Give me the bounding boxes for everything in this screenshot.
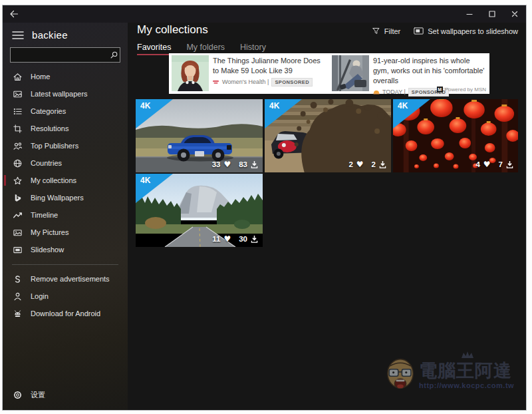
powered-by-label: Powered by MSN bbox=[445, 87, 486, 93]
set-slideshow-label: Set wallpapers to slideshow bbox=[428, 27, 518, 35]
sidebar-item-label: Categories bbox=[31, 107, 66, 115]
pictures-icon bbox=[12, 227, 23, 238]
tile-stats: 33♥ 83 bbox=[212, 160, 258, 169]
sidebar-item-categories[interactable]: Categories bbox=[3, 103, 128, 120]
maximize-button[interactable] bbox=[481, 5, 503, 23]
downloads-count: 83 bbox=[239, 160, 247, 168]
minimize-button[interactable] bbox=[458, 5, 481, 23]
sidebar-item-countries[interactable]: Countries bbox=[3, 154, 128, 172]
sidebar-item-login[interactable]: Login bbox=[3, 288, 128, 305]
download-icon bbox=[251, 235, 258, 243]
filter-label: Filter bbox=[384, 27, 400, 35]
heart-icon: ♥ bbox=[223, 234, 231, 244]
ad-source: Women's Health | bbox=[222, 79, 269, 85]
title-bar bbox=[3, 5, 526, 23]
back-arrow-icon bbox=[9, 9, 19, 19]
window-controls bbox=[458, 5, 526, 23]
ad-headline: 91-year-old inspires his whole gym, work… bbox=[373, 56, 487, 86]
heart-icon: ♥ bbox=[356, 160, 364, 169]
msn-logo-icon: M bbox=[437, 87, 443, 93]
sidebar-item-slideshow[interactable]: Slideshow bbox=[3, 241, 128, 258]
back-button[interactable] bbox=[3, 5, 25, 23]
ad-source: TODAY | bbox=[382, 89, 406, 95]
blog-watermark: 電腦王阿達 http://www.kocpc.com.tw bbox=[384, 350, 523, 398]
ad-item-2[interactable]: 91-year-old inspires his whole gym, work… bbox=[329, 53, 489, 94]
ad-banner: The Things Julianne Moore Does to Make 5… bbox=[169, 53, 489, 94]
likes-count: 2 bbox=[348, 160, 352, 168]
search-box bbox=[10, 47, 120, 63]
sidebar-item-top-publishers[interactable]: Top Publishers bbox=[3, 137, 128, 154]
tile-stats: 4♥ 7 bbox=[475, 160, 513, 169]
main-content: My collections Filter Set wallpapers to … bbox=[128, 23, 526, 410]
download-icon bbox=[251, 160, 258, 168]
crop-icon bbox=[12, 123, 23, 134]
search-icon[interactable] bbox=[108, 51, 120, 59]
sidebar-item-label: Timeline bbox=[31, 211, 58, 219]
sidebar-item-home[interactable]: Home bbox=[3, 68, 128, 85]
dollar-icon bbox=[12, 274, 23, 284]
search-input[interactable] bbox=[11, 51, 108, 59]
sidebar-item-label: Download for Android bbox=[31, 310, 100, 317]
downloads-count: 2 bbox=[372, 160, 376, 168]
page-title: My collections bbox=[137, 23, 208, 37]
globe-icon bbox=[12, 158, 23, 168]
set-slideshow-button[interactable]: Set wallpapers to slideshow bbox=[414, 27, 518, 35]
sidebar-bottom: 设置 bbox=[3, 386, 128, 410]
womens-health-logo bbox=[213, 80, 219, 85]
sidebar-item-label: Login bbox=[31, 292, 49, 300]
sidebar-item-label: Home bbox=[31, 73, 50, 81]
heart-icon: ♥ bbox=[483, 160, 491, 169]
sidebar-nav: Home Latest wallpapers Categories Resolu… bbox=[3, 68, 128, 258]
heart-icon: ♥ bbox=[223, 160, 231, 169]
wallpaper-tile-yosemite-road[interactable]: 4K 11♥ 30 bbox=[136, 174, 263, 247]
sidebar: backiee Home Latest wallpapers Categorie… bbox=[3, 23, 128, 410]
timeline-icon bbox=[12, 210, 23, 220]
gear-icon bbox=[12, 389, 23, 400]
settings-button[interactable]: 设置 bbox=[3, 386, 128, 403]
sidebar-item-my-collections[interactable]: My collections bbox=[3, 172, 128, 189]
sidebar-item-resolutions[interactable]: Resolutions bbox=[3, 120, 128, 137]
sidebar-item-bing-wallpapers[interactable]: Bing Wallpapers bbox=[3, 189, 128, 206]
categories-icon bbox=[12, 106, 23, 116]
wallpaper-tile-red-lanterns[interactable]: 4K 4♥ 7 bbox=[393, 99, 518, 172]
sidebar-item-timeline[interactable]: Timeline bbox=[3, 206, 128, 224]
watermark-crown-icon bbox=[460, 351, 475, 359]
sidebar-item-download-android[interactable]: Download for Android bbox=[3, 305, 128, 322]
filter-funnel-icon bbox=[372, 27, 380, 35]
close-button[interactable] bbox=[503, 5, 526, 23]
star-icon bbox=[12, 175, 23, 186]
watermark-url: http://www.kocpc.com.tw bbox=[419, 381, 514, 389]
ad-headline: The Things Julianne Moore Does to Make 5… bbox=[213, 56, 327, 76]
hamburger-menu-icon[interactable] bbox=[12, 31, 24, 40]
sidebar-item-latest-wallpapers[interactable]: Latest wallpapers bbox=[3, 85, 128, 103]
person-icon bbox=[12, 291, 23, 302]
slideshow-icon bbox=[12, 244, 23, 255]
today-logo bbox=[373, 89, 380, 95]
likes-count: 33 bbox=[212, 160, 221, 168]
wallpaper-tile-blue-muscle-car[interactable]: 4K 33♥ 83 bbox=[136, 99, 263, 172]
sidebar-item-my-pictures[interactable]: My Pictures bbox=[3, 224, 128, 241]
sidebar-item-label: Slideshow bbox=[31, 246, 64, 254]
sidebar-item-label: Latest wallpapers bbox=[31, 90, 88, 98]
slideshow-screen-icon bbox=[414, 27, 424, 35]
sidebar-item-label: Countries bbox=[31, 159, 62, 167]
watermark-mascot-face bbox=[384, 355, 416, 393]
app-logo: backiee bbox=[32, 29, 68, 41]
home-icon bbox=[12, 71, 23, 82]
ad-meta: Women's Health | SPONSORED bbox=[213, 78, 327, 87]
sidebar-item-label: Bing Wallpapers bbox=[31, 194, 84, 202]
sidebar-divider bbox=[12, 264, 118, 265]
tab-favorites[interactable]: Favorites bbox=[137, 43, 171, 55]
filter-button[interactable]: Filter bbox=[372, 27, 400, 35]
downloads-count: 7 bbox=[499, 160, 503, 168]
sidebar-item-label: My Pictures bbox=[31, 228, 68, 236]
header-actions: Filter Set wallpapers to slideshow bbox=[372, 27, 518, 35]
sidebar-item-label: Resolutions bbox=[31, 124, 68, 132]
likes-count: 11 bbox=[212, 235, 220, 243]
sidebar-item-label: Top Publishers bbox=[31, 142, 78, 150]
sidebar-item-remove-ads[interactable]: Remove advertisements bbox=[3, 270, 128, 288]
sidebar-item-label: Remove advertisements bbox=[31, 275, 110, 283]
tile-stats: 2♥ 2 bbox=[348, 160, 386, 169]
wallpaper-tile-rally-car[interactable]: 4K 2♥ 2 bbox=[265, 99, 391, 172]
ad-item-1[interactable]: The Things Julianne Moore Does to Make 5… bbox=[169, 53, 329, 94]
